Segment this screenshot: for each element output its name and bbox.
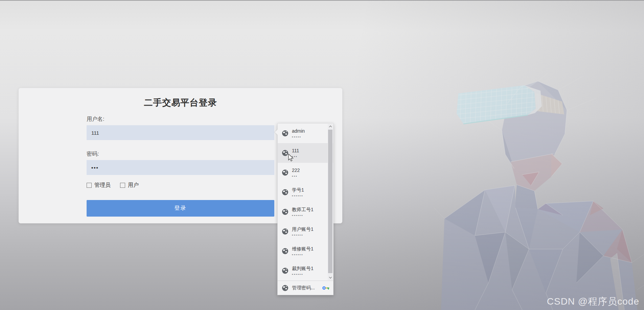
globe-icon: [282, 130, 289, 137]
admin-checkbox-box[interactable]: [87, 183, 92, 188]
credential-list: admin••••• 111••• 222••• 学号1•••••• 教师工号1…: [278, 124, 333, 281]
csdn-watermark: CSDN @程序员code: [547, 295, 639, 308]
credential-password-dots: ••••••: [292, 214, 314, 217]
page-title: 二手交易平台登录: [19, 97, 342, 109]
credential-item-admin[interactable]: admin•••••: [278, 124, 333, 143]
username-label: 用户名:: [87, 116, 274, 123]
credential-item-referee[interactable]: 裁判账号1••••••: [278, 261, 333, 281]
user-checkbox-box[interactable]: [120, 183, 125, 188]
role-checkbox-row: 管理员 用户: [87, 182, 274, 189]
username-input[interactable]: [87, 125, 274, 140]
password-label: 密码:: [87, 151, 274, 158]
credential-username: admin: [292, 128, 305, 134]
credential-username: 维修账号1: [292, 246, 314, 252]
scroll-down-button[interactable]: [328, 275, 333, 280]
credential-username: 教师工号1: [292, 207, 314, 213]
admin-checkbox[interactable]: 管理员: [87, 182, 111, 189]
credential-username: 裁判账号1: [292, 266, 314, 271]
autofill-dropdown: admin••••• 111••• 222••• 学号1•••••• 教师工号1…: [277, 123, 334, 295]
user-checkbox-label: 用户: [128, 182, 139, 189]
chevron-up-icon: [329, 126, 331, 128]
user-checkbox[interactable]: 用户: [120, 182, 139, 189]
globe-icon: [282, 189, 289, 196]
globe-icon: [282, 267, 289, 274]
login-button[interactable]: 登录: [87, 200, 274, 217]
credential-username: 学号1: [292, 187, 304, 193]
globe-icon: [282, 248, 289, 254]
credential-password-dots: •••: [292, 155, 299, 158]
key-icon: [322, 286, 330, 290]
password-input[interactable]: [87, 160, 274, 175]
globe-icon: [282, 228, 289, 235]
login-form: 用户名: 密码: 管理员 用户 登录: [87, 116, 274, 217]
credential-item-111[interactable]: 111•••: [278, 143, 333, 163]
credential-item-student[interactable]: 学号1••••••: [278, 182, 333, 202]
scrollbar-thumb[interactable]: [328, 130, 332, 273]
dropdown-scrollbar[interactable]: [328, 124, 333, 280]
globe-icon: [282, 150, 289, 156]
credential-password-dots: ••••••: [292, 253, 314, 257]
globe-icon: [282, 208, 289, 215]
credential-item-repair[interactable]: 维修账号1••••••: [278, 241, 333, 261]
admin-checkbox-label: 管理员: [94, 182, 111, 189]
credential-password-dots: •••••: [292, 135, 305, 139]
manage-passwords-label: 管理密码...: [292, 285, 315, 291]
globe-icon: [282, 169, 289, 176]
credential-username: 111: [292, 148, 299, 154]
credential-password-dots: •••: [292, 175, 300, 178]
credential-password-dots: ••••••: [292, 273, 314, 276]
credential-item-222[interactable]: 222•••: [278, 163, 333, 182]
credential-item-teacher[interactable]: 教师工号1••••••: [278, 202, 333, 222]
credential-password-dots: ••••••: [292, 234, 314, 237]
manage-passwords-item[interactable]: 管理密码...: [278, 281, 333, 295]
credential-username: 用户账号1: [292, 226, 314, 232]
chevron-down-icon: [329, 275, 331, 278]
globe-icon: [282, 285, 289, 291]
vr-person-illustration: [434, 73, 644, 310]
credential-username: 222: [292, 168, 300, 173]
scroll-up-button[interactable]: [328, 124, 333, 129]
credential-item-user[interactable]: 用户账号1••••••: [278, 222, 333, 241]
credential-password-dots: ••••••: [292, 194, 304, 198]
